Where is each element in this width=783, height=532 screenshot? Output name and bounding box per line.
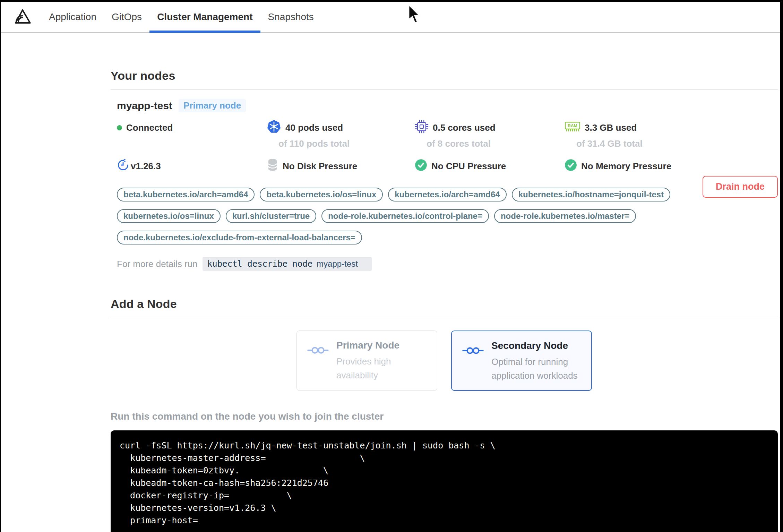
node-status-label: Connected: [126, 122, 173, 133]
node-status: Connected: [117, 122, 267, 133]
tab-cluster-management[interactable]: Cluster Management: [149, 2, 260, 32]
disk-pressure-label: No Disk Pressure: [283, 161, 357, 172]
node-rings-icon: [307, 345, 329, 391]
your-nodes-title: Your nodes: [111, 69, 778, 83]
your-nodes-divider: [111, 89, 778, 90]
cpu-pressure-label: No CPU Pressure: [431, 161, 506, 172]
node-label-pill: kubernetes.io/hostname=jonquil-test: [512, 188, 670, 201]
node-label-pill: beta.kubernetes.io/arch=amd64: [117, 188, 255, 201]
join-instruction: Run this command on the node you wish to…: [111, 411, 778, 422]
node-name: myapp-test: [117, 100, 172, 112]
node-labels: beta.kubernetes.io/arch=amd64 beta.kuber…: [117, 188, 703, 244]
node-label-pill: kubernetes.io/arch=amd64: [388, 188, 506, 201]
add-node-divider: [111, 318, 778, 318]
primary-node-option[interactable]: Primary Node Provides high availability: [296, 331, 437, 391]
kubectl-node-name: myapp-test: [317, 259, 367, 269]
primary-node-option-title: Primary Node: [336, 340, 427, 351]
primary-node-option-desc: Provides high availability: [336, 354, 427, 382]
pods-used-label: 40 pods used: [285, 122, 343, 133]
details-prefix: For more details run: [117, 259, 198, 269]
pods-total-label: of 110 pods total: [267, 138, 415, 149]
secondary-node-option-desc: Optimal for running application workload…: [491, 355, 582, 383]
cores-used-stat: 0.5 cores used: [415, 120, 565, 136]
version-clock-icon: [117, 159, 129, 174]
mouse-cursor-icon: [407, 4, 422, 27]
tab-gitops-label: GitOps: [112, 11, 142, 23]
node-rings-icon: [462, 346, 484, 390]
connected-dot-icon: [117, 125, 122, 130]
join-command-line: primary-host=: [120, 514, 769, 527]
secondary-node-option[interactable]: Secondary Node Optimal for running appli…: [451, 331, 592, 391]
node-label-pill: kurl.sh/cluster=true: [226, 209, 316, 223]
join-command-line: kubernetes-version=v1.26.3 \: [120, 502, 769, 514]
memory-pressure-label: No Memory Pressure: [581, 161, 671, 172]
node-label-pill: beta.kubernetes.io/os=linux: [260, 188, 383, 201]
check-circle-icon: [565, 159, 577, 174]
tab-application[interactable]: Application: [41, 2, 104, 32]
primary-node-badge: Primary node: [179, 99, 246, 112]
node-version-label: v1.26.3: [131, 161, 161, 172]
cpu-chip-icon: [415, 120, 429, 136]
kubectl-describe-chip: kubectl describe node myapp-test: [203, 257, 372, 271]
cores-total-label: of 8 cores total: [415, 138, 565, 149]
secondary-node-option-title: Secondary Node: [491, 340, 582, 351]
ram-stick-icon: RAM: [565, 120, 580, 135]
kurl-logo-icon: [14, 8, 32, 26]
join-command-line: docker-registry-ip= \: [120, 489, 769, 502]
memory-used-label: 3.3 GB used: [585, 122, 637, 133]
tab-snapshots-label: Snapshots: [268, 11, 314, 23]
tab-snapshots[interactable]: Snapshots: [260, 2, 321, 32]
kubectl-command-text: kubectl describe node: [207, 259, 312, 269]
tab-cluster-management-label: Cluster Management: [157, 11, 252, 23]
app-logo[interactable]: [14, 2, 32, 32]
svg-text:RAM: RAM: [568, 123, 577, 128]
drain-node-button[interactable]: Drain node: [703, 176, 778, 198]
add-node-title: Add a Node: [111, 297, 778, 311]
disk-pressure-stat: No Disk Pressure: [267, 158, 415, 174]
cpu-pressure-stat: No CPU Pressure: [415, 159, 565, 174]
node-label-pill: kubernetes.io/os=linux: [117, 209, 221, 223]
cores-used-label: 0.5 cores used: [433, 122, 496, 133]
pods-used-stat: 40 pods used: [267, 119, 415, 136]
node-label-pill: node-role.kubernetes.io/master=: [494, 209, 636, 223]
tab-gitops[interactable]: GitOps: [104, 2, 149, 32]
join-command-line: kubernetes-master-address= \: [120, 452, 769, 464]
node-label-pill: node.kubernetes.io/exclude-from-external…: [117, 231, 362, 244]
check-circle-icon: [415, 159, 427, 174]
memory-pressure-stat: No Memory Pressure: [565, 159, 778, 174]
node-label-pill: node-role.kubernetes.io/control-plane=: [321, 209, 489, 223]
top-nav: Application GitOps Cluster Management Sn…: [1, 2, 780, 33]
tab-application-label: Application: [49, 11, 96, 23]
memory-total-label: of 31.4 GB total: [565, 138, 778, 149]
app-window: Application GitOps Cluster Management Sn…: [1, 2, 780, 532]
kubernetes-wheel-icon: [267, 119, 281, 136]
join-command-line: kubeadm-token-ca-hash=sha256:221d25746: [120, 477, 769, 489]
memory-used-stat: RAM 3.3 GB used: [565, 120, 778, 135]
node-card: myapp-test Primary node Connected: [111, 99, 778, 271]
disk-database-icon: [267, 158, 278, 174]
node-version: v1.26.3: [117, 159, 267, 174]
join-command-block: curl -fsSL https://kurl.sh/jq-new-test-u…: [111, 430, 778, 532]
join-command-line: curl -fsSL https://kurl.sh/jq-new-test-u…: [120, 439, 769, 452]
join-command-line: kubeadm-token=0ztbvy. \: [120, 464, 769, 477]
